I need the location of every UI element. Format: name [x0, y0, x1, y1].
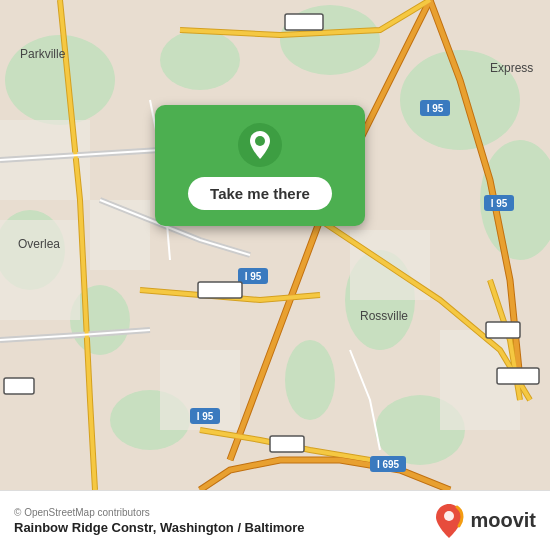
express-label: Express [490, 61, 533, 75]
moovit-logo: moovit [430, 502, 536, 540]
svg-text:I 95: I 95 [491, 198, 508, 209]
moovit-text-label: moovit [470, 509, 536, 532]
map-container[interactable]: Parkville Overlea Rossville Express I 95… [0, 0, 550, 490]
svg-text:I 95: I 95 [427, 103, 444, 114]
svg-text:MD 43: MD 43 [289, 17, 319, 28]
svg-text:MD 7: MD 7 [491, 325, 515, 336]
rossville-label: Rossville [360, 309, 408, 323]
location-title: Rainbow Ridge Constr, Washington / Balti… [14, 520, 430, 535]
moovit-icon [430, 502, 468, 540]
svg-text:US 1: US 1 [8, 381, 31, 392]
overlea-label: Overlea [18, 237, 60, 251]
svg-point-2 [160, 30, 240, 90]
bottom-bar: © OpenStreetMap contributors Rainbow Rid… [0, 490, 550, 550]
osm-attribution: © OpenStreetMap contributors [14, 507, 430, 518]
parkville-label: Parkville [20, 47, 66, 61]
svg-text:I 695: I 695 [377, 459, 400, 470]
svg-rect-13 [0, 220, 80, 320]
svg-point-41 [255, 136, 265, 146]
svg-text:MD 700: MD 700 [500, 371, 535, 382]
location-pin-icon [238, 123, 282, 167]
svg-text:MD 7: MD 7 [275, 439, 299, 450]
svg-point-7 [285, 340, 335, 420]
svg-point-42 [444, 511, 454, 521]
svg-text:I 95: I 95 [245, 271, 262, 282]
svg-text:MD 588: MD 588 [202, 285, 237, 296]
svg-text:I 95: I 95 [197, 411, 214, 422]
take-me-there-button[interactable]: Take me there [188, 177, 332, 210]
location-card: Take me there [155, 105, 365, 226]
